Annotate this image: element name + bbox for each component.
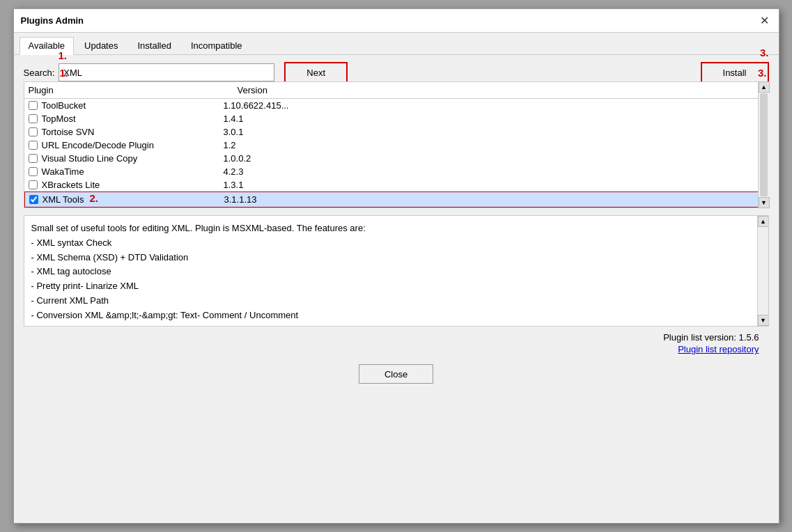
plugin-version-cell: 1.3.1 bbox=[224, 180, 314, 190]
install-button[interactable]: Install bbox=[701, 62, 769, 83]
plugin-version-cell: 4.2.3 bbox=[224, 166, 314, 177]
plugin-checkbox[interactable] bbox=[29, 141, 38, 150]
plugin-name-cell: ToolBucket bbox=[29, 100, 224, 111]
close-btn-row: Close bbox=[24, 357, 769, 393]
plugin-checkbox[interactable] bbox=[29, 114, 38, 123]
plugin-checkbox[interactable] bbox=[29, 195, 38, 204]
table-row[interactable]: XBrackets Lite1.3.1 bbox=[24, 178, 768, 191]
table-row[interactable]: URL Encode/Decode Plugin1.2 bbox=[24, 139, 768, 152]
table-scrollbar[interactable]: ▲ ▼ bbox=[758, 81, 769, 208]
plugin-name-cell: WakaTime bbox=[29, 166, 224, 177]
table-row[interactable]: Visual Studio Line Copy1.0.0.2 bbox=[24, 152, 768, 165]
plugin-name-label: WakaTime bbox=[42, 166, 84, 177]
desc-scroll-up[interactable]: ▲ bbox=[758, 216, 769, 227]
scroll-up-arrow[interactable]: ▲ bbox=[759, 81, 770, 93]
description-scrollbar[interactable]: ▲ ▼ bbox=[757, 216, 768, 326]
close-window-button[interactable]: ✕ bbox=[757, 15, 772, 26]
plugin-name-cell: Visual Studio Line Copy bbox=[29, 153, 224, 164]
plugin-version-cell: 1.10.6622.415... bbox=[224, 100, 314, 111]
title-bar: Plugins Admin ✕ bbox=[14, 9, 779, 33]
table-header: Plugin Version bbox=[24, 82, 768, 99]
plugin-version-cell: 1.4.1 bbox=[224, 114, 314, 124]
plugin-list-version: Plugin list version: 1.5.6 bbox=[663, 332, 759, 343]
plugin-name-label: ToolBucket bbox=[42, 100, 86, 111]
tabs-bar: Available Updates Installed Incompatible bbox=[14, 33, 779, 55]
plugin-name-label: XML Tools bbox=[42, 194, 84, 205]
plugin-checkbox[interactable] bbox=[29, 127, 38, 136]
annotation-3: 3. bbox=[760, 47, 769, 58]
plugin-version-cell: 3.0.1 bbox=[224, 127, 314, 137]
content-area: 1. Search: Next 3. Install 1. 3. Plugin … bbox=[14, 55, 779, 523]
search-input[interactable] bbox=[59, 63, 274, 81]
desc-scroll-down[interactable]: ▼ bbox=[758, 315, 769, 326]
plugin-name-cell: TopMost bbox=[29, 114, 224, 124]
plugin-version-cell: 1.2 bbox=[224, 140, 314, 150]
plugin-name-label: XBrackets Lite bbox=[42, 180, 100, 190]
description-text: Small set of useful tools for editing XM… bbox=[24, 216, 768, 326]
table-row[interactable]: Tortoise SVN3.0.1 bbox=[24, 125, 768, 139]
plugin-table-body: ToolBucket1.10.6622.415...TopMost1.4.1To… bbox=[24, 99, 768, 208]
col-version-header: Version bbox=[238, 85, 328, 95]
plugin-checkbox[interactable] bbox=[29, 154, 38, 163]
footer: Plugin list version: 1.5.6 Plugin list r… bbox=[24, 327, 769, 357]
annotation-2-label: 2. bbox=[89, 192, 98, 204]
tab-updates[interactable]: Updates bbox=[75, 37, 127, 54]
search-bar: 1. Search: Next 3. Install bbox=[24, 62, 769, 83]
plugin-table-outer: Plugin Version ToolBucket1.10.6622.415..… bbox=[24, 81, 769, 208]
plugin-checkbox[interactable] bbox=[29, 167, 38, 176]
annotation-1: 1. bbox=[59, 49, 68, 61]
tab-incompatible[interactable]: Incompatible bbox=[182, 37, 251, 54]
window-title: Plugins Admin bbox=[21, 15, 84, 26]
plugin-name-label: TopMost bbox=[42, 114, 76, 124]
table-row[interactable]: ToolBucket1.10.6622.415... bbox=[24, 99, 768, 112]
plugin-name-cell: URL Encode/Decode Plugin bbox=[29, 140, 224, 150]
plugin-name-cell: XBrackets Lite bbox=[29, 180, 224, 190]
plugin-version-cell: 3.1.1.13 bbox=[224, 194, 315, 205]
plugin-name-label: URL Encode/Decode Plugin bbox=[42, 140, 154, 150]
col-plugin-header: Plugin bbox=[29, 85, 238, 95]
table-row[interactable]: XML Tools2.3.1.1.13 bbox=[24, 191, 768, 208]
plugin-name-label: Tortoise SVN bbox=[42, 127, 95, 137]
plugin-version-cell: 1.0.0.2 bbox=[224, 153, 314, 164]
plugin-list-repo-link[interactable]: Plugin list repository bbox=[678, 344, 759, 354]
table-row[interactable]: TopMost1.4.1 bbox=[24, 112, 768, 125]
plugin-table: Plugin Version ToolBucket1.10.6622.415..… bbox=[24, 81, 769, 208]
table-row[interactable]: WakaTime4.2.3 bbox=[24, 165, 768, 178]
description-panel: Small set of useful tools for editing XM… bbox=[24, 215, 769, 327]
close-button[interactable]: Close bbox=[359, 364, 433, 384]
plugin-checkbox[interactable] bbox=[29, 180, 38, 189]
plugin-checkbox[interactable] bbox=[29, 101, 38, 110]
search-label: Search: bbox=[24, 68, 55, 78]
plugin-name-cell: XML Tools2. bbox=[29, 194, 224, 205]
plugin-name-cell: Tortoise SVN bbox=[29, 127, 224, 137]
plugins-admin-window: Plugins Admin ✕ Available Updates Instal… bbox=[13, 8, 779, 524]
next-button[interactable]: Next bbox=[284, 62, 348, 83]
tab-installed[interactable]: Installed bbox=[128, 37, 180, 54]
scroll-down-arrow[interactable]: ▼ bbox=[759, 197, 770, 208]
plugin-name-label: Visual Studio Line Copy bbox=[42, 153, 138, 164]
